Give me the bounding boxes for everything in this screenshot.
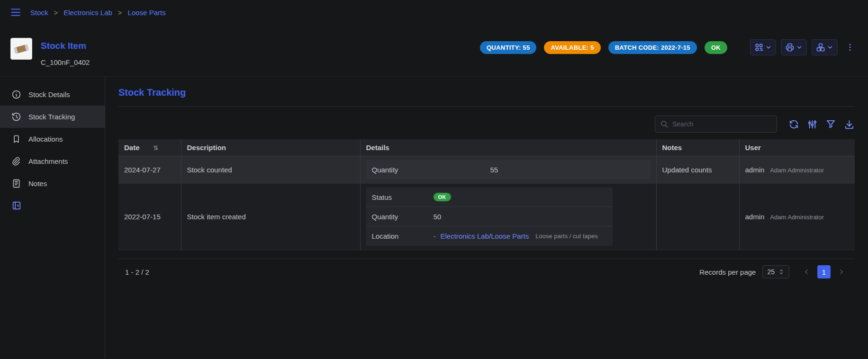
barcode-actions-button[interactable]	[750, 39, 776, 55]
detail-label: Quantity	[372, 166, 490, 174]
status-badges: QUANTITY: 55 AVAILABLE: 5 BATCH CODE: 20…	[480, 41, 727, 54]
stock-item-header: Stock Item C_100nF_0402 QUANTITY: 55 AVA…	[0, 25, 868, 77]
records-per-page-label: Records per page	[699, 268, 756, 276]
inventree-app: Stock > Electronics Lab > Loose Parts St…	[0, 0, 868, 359]
cell-user: adminAdam Administrator	[739, 184, 855, 250]
next-page-button[interactable]	[835, 265, 848, 278]
download-icon	[844, 119, 855, 130]
chevron-down-icon	[765, 44, 772, 51]
detail-value: 55	[490, 166, 498, 174]
sidebar-item-stock-tracking[interactable]: Stock Tracking	[0, 106, 105, 128]
pagination-controls: Records per page 25 1	[699, 265, 848, 278]
column-header-description[interactable]: Description	[181, 139, 360, 156]
detail-row-quantity: Quantity 55	[366, 160, 651, 180]
location-link[interactable]: Electronics Lab/Loose Parts	[441, 232, 529, 240]
refresh-icon	[788, 119, 799, 130]
breadcrumb-link-electronics-lab[interactable]: Electronics Lab	[63, 9, 112, 17]
stock-item-thumbnail[interactable]	[10, 38, 32, 60]
detail-row-location: Location - Electronics Lab/Loose Parts L…	[366, 226, 613, 246]
table-header-row: Date Description Details Notes User	[118, 139, 855, 156]
detail-value: 50	[434, 213, 442, 221]
table-footer: 1 - 2 / 2 Records per page 25 1	[118, 259, 855, 278]
cell-date: 2022-07-15	[118, 184, 181, 250]
search-icon	[660, 120, 669, 128]
column-header-user[interactable]: User	[739, 139, 855, 156]
cell-description: Stock item created	[181, 184, 360, 250]
divider	[118, 106, 855, 107]
detail-box: Quantity 55	[366, 160, 651, 180]
cell-details: Status OK Quantity 50 Location -	[360, 184, 656, 250]
detail-row-quantity: Quantity 50	[366, 207, 613, 226]
detail-row-status: Status OK	[366, 188, 613, 207]
breadcrumb-separator: >	[118, 9, 122, 17]
dash: -	[434, 232, 436, 240]
column-header-date[interactable]: Date	[118, 139, 181, 156]
main-panel: Stock Tracking	[105, 77, 868, 359]
adjustments-icon	[807, 119, 818, 130]
cell-notes: Updated counts	[656, 156, 739, 184]
breadcrumb-link-stock[interactable]: Stock	[30, 9, 48, 17]
sort-icon	[152, 144, 160, 152]
search-input[interactable]	[672, 120, 772, 128]
table-row-stock-item-created[interactable]: 2022-07-15 Stock item created Status OK …	[118, 184, 855, 250]
search-box	[655, 116, 777, 133]
refresh-button[interactable]	[788, 119, 799, 130]
detail-label: Location	[372, 232, 434, 240]
info-circle-icon	[11, 90, 21, 99]
location-description: Loose parts / cut tapes	[535, 233, 598, 240]
sidebar-item-allocations[interactable]: Allocations	[0, 128, 105, 150]
capacitor-image	[14, 44, 28, 54]
page-title: Stock Item	[41, 41, 90, 51]
bookmark-icon	[11, 134, 21, 144]
qrcode-icon	[754, 43, 764, 52]
column-label: Date	[124, 144, 140, 152]
stock-operations-icon	[816, 43, 825, 52]
column-header-notes[interactable]: Notes	[656, 139, 739, 156]
cell-user: adminAdam Administrator	[739, 156, 855, 184]
table-settings-button[interactable]	[807, 119, 818, 130]
page-1-button[interactable]: 1	[817, 265, 831, 278]
breadcrumb: Stock > Electronics Lab > Loose Parts	[30, 9, 166, 17]
sidebar-collapse-button[interactable]	[11, 200, 22, 211]
dots-vertical-icon	[845, 43, 855, 52]
print-actions-button[interactable]	[781, 39, 807, 55]
download-button[interactable]	[844, 119, 855, 130]
status-ok-badge: OK	[705, 41, 727, 54]
hamburger-menu-button[interactable]	[9, 6, 22, 18]
header-actions	[750, 39, 855, 55]
header-titles: Stock Item C_100nF_0402	[41, 41, 90, 66]
sidebar: Stock Details Stock Tracking Allocations…	[0, 77, 105, 359]
username: admin	[745, 166, 765, 174]
breadcrumb-separator: >	[54, 9, 58, 17]
record-range: 1 - 2 / 2	[125, 268, 149, 276]
batch-code-badge: BATCH CODE: 2022-7-15	[608, 41, 697, 54]
cell-notes	[656, 184, 739, 250]
table-toolbar	[118, 116, 855, 133]
paperclip-icon	[11, 156, 21, 166]
previous-page-button[interactable]	[800, 265, 813, 278]
cell-date: 2024-07-27	[118, 156, 181, 184]
sidebar-item-attachments[interactable]: Attachments	[0, 150, 105, 172]
cell-details: Quantity 55	[360, 156, 656, 184]
panel-title: Stock Tracking	[118, 87, 855, 98]
records-per-page-value: 25	[767, 268, 775, 276]
breadcrumb-link-loose-parts[interactable]: Loose Parts	[128, 9, 166, 17]
more-options-button[interactable]	[845, 43, 855, 52]
records-per-page-select[interactable]: 25	[762, 265, 789, 278]
hamburger-menu-icon	[9, 6, 22, 18]
sidebar-collapse-icon	[11, 200, 22, 211]
selector-icon	[778, 269, 785, 275]
stock-operations-button[interactable]	[812, 39, 838, 55]
sidebar-item-label: Stock Details	[28, 90, 70, 99]
sidebar-item-label: Stock Tracking	[28, 113, 75, 121]
column-header-details[interactable]: Details	[360, 139, 656, 156]
filter-button[interactable]	[825, 119, 836, 130]
chevron-left-icon	[803, 268, 810, 276]
sidebar-item-notes[interactable]: Notes	[0, 172, 105, 195]
content-area: Stock Details Stock Tracking Allocations…	[0, 77, 868, 359]
table-row-stock-counted[interactable]: 2024-07-27 Stock counted Quantity 55 Upd…	[118, 156, 855, 184]
sidebar-item-stock-details[interactable]: Stock Details	[0, 83, 105, 106]
detail-box: Status OK Quantity 50 Location -	[366, 188, 613, 246]
user-full-name: Adam Administrator	[770, 167, 823, 174]
status-ok-badge: OK	[434, 193, 451, 201]
